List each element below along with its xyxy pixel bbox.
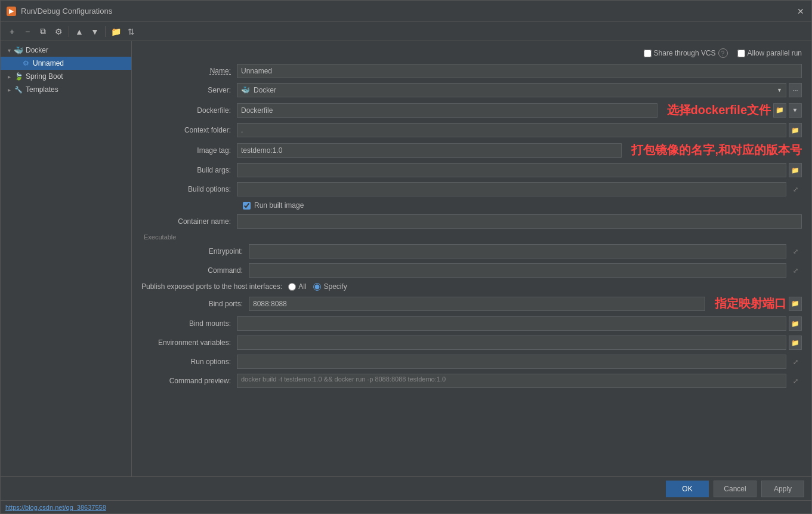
remove-button[interactable]: − xyxy=(21,25,34,38)
build-args-label: Build args: xyxy=(141,166,237,174)
entrypoint-control-group: ⤢ xyxy=(249,244,802,258)
tree-arrow-templates: ▸ xyxy=(5,86,13,93)
env-vars-browse-button[interactable]: 📁 xyxy=(789,336,802,350)
tree-label-spring-boot: Spring Boot xyxy=(26,72,63,81)
run-options-row: Run options: ⤢ xyxy=(141,355,802,369)
bind-mounts-control-group: 📁 xyxy=(237,316,802,331)
allow-parallel-label[interactable]: Allow parallel run xyxy=(748,49,802,57)
run-built-image-row: Run built image xyxy=(141,201,802,210)
dockerfile-input[interactable] xyxy=(237,103,657,118)
tree-item-unnamed[interactable]: ▸ ⚙ Unnamed xyxy=(1,57,131,70)
run-built-image-checkbox[interactable] xyxy=(243,202,251,210)
bind-mounts-browse-button[interactable]: 📁 xyxy=(789,316,802,331)
context-folder-row: Context folder: 📁 xyxy=(141,123,802,137)
toolbar-separator-2 xyxy=(105,26,106,37)
env-vars-label: Environment variables: xyxy=(141,338,237,347)
container-name-input[interactable] xyxy=(237,214,802,229)
build-options-expand-button[interactable]: ⤢ xyxy=(789,182,802,196)
tree-item-spring-boot[interactable]: ▸ 🍃 Spring Boot xyxy=(1,70,131,83)
status-link[interactable]: https://blog.csdn.net/qq_38637558 xyxy=(5,504,106,511)
command-expand-button[interactable]: ⤢ xyxy=(789,263,802,278)
edit-templates-button[interactable]: ⚙ xyxy=(52,25,65,38)
name-input[interactable] xyxy=(237,64,802,78)
radio-specify-label[interactable]: Specify xyxy=(323,282,347,291)
config-icon-unnamed: ⚙ xyxy=(21,59,30,68)
image-tag-input[interactable] xyxy=(237,143,622,158)
dockerfile-dropdown-button[interactable]: ▼ xyxy=(789,103,802,118)
entrypoint-expand-button[interactable]: ⤢ xyxy=(789,244,802,258)
build-options-input[interactable] xyxy=(237,182,786,196)
run-options-expand-button[interactable]: ⤢ xyxy=(789,355,802,369)
dockerfile-row: Dockerfile: 选择dockerfile文件 📁 ▼ xyxy=(141,102,802,118)
command-preview-expand-button[interactable]: ⤢ xyxy=(789,374,802,388)
bind-ports-browse-button[interactable]: 📁 xyxy=(789,297,802,311)
radio-specify-input[interactable] xyxy=(313,283,321,291)
env-vars-control-group: 📁 xyxy=(237,336,802,350)
server-docker-icon: 🐳 xyxy=(241,86,250,94)
build-args-input[interactable] xyxy=(237,163,786,177)
bind-ports-control-group: 指定映射端口 📁 xyxy=(249,296,802,312)
sort-button[interactable]: ⇅ xyxy=(125,25,138,38)
container-name-row: Container name: xyxy=(141,214,802,229)
share-vcs-help-icon[interactable]: ? xyxy=(718,48,728,58)
docker-icon: 🐳 xyxy=(14,45,23,55)
run-options-control-group: ⤢ xyxy=(237,355,802,369)
radio-all-label[interactable]: All xyxy=(298,282,306,291)
bind-mounts-label: Bind mounts: xyxy=(141,319,237,328)
image-tag-annotation: 打包镜像的名字,和对应的版本号 xyxy=(631,142,802,158)
command-preview-value: docker build -t testdemo:1.0 && docker r… xyxy=(237,374,786,388)
dialog-title: Run/Debug Configurations xyxy=(21,7,796,16)
image-tag-control-group: 打包镜像的名字,和对应的版本号 xyxy=(237,142,802,158)
bind-mounts-input[interactable] xyxy=(237,316,786,331)
command-input[interactable] xyxy=(249,263,786,278)
folder-button[interactable]: 📁 xyxy=(109,25,122,38)
server-more-button[interactable]: ··· xyxy=(789,83,802,97)
ok-button[interactable]: OK xyxy=(666,481,709,497)
env-vars-input[interactable] xyxy=(237,336,786,350)
run-options-label: Run options: xyxy=(141,358,237,366)
name-control-group xyxy=(237,64,802,78)
radio-specify: Specify xyxy=(313,282,347,291)
copy-button[interactable]: ⧉ xyxy=(36,25,50,38)
status-bar: https://blog.csdn.net/qq_38637558 xyxy=(1,500,811,513)
cancel-button[interactable]: Cancel xyxy=(714,481,757,497)
move-down-button[interactable]: ▼ xyxy=(88,25,101,38)
command-preview-label: Command preview: xyxy=(141,377,237,385)
container-name-label: Container name: xyxy=(141,217,237,226)
share-vcs-checkbox[interactable] xyxy=(644,50,652,57)
dockerfile-control-group: 选择dockerfile文件 📁 ▼ xyxy=(237,102,802,118)
share-vcs-group: Share through VCS ? xyxy=(644,48,728,58)
build-options-label: Build options: xyxy=(141,185,237,193)
app-icon: ▶ xyxy=(7,7,16,16)
build-args-browse-button[interactable]: 📁 xyxy=(789,163,802,177)
command-preview-row: Command preview: docker build -t testdem… xyxy=(141,374,802,388)
spring-icon: 🍃 xyxy=(14,72,23,81)
context-folder-browse-button[interactable]: 📁 xyxy=(789,123,802,137)
bind-ports-input[interactable] xyxy=(249,297,705,311)
tree-label-unnamed: Unnamed xyxy=(33,59,64,67)
container-name-control-group xyxy=(237,214,802,229)
server-dropdown[interactable]: 🐳 Docker ▼ xyxy=(237,83,786,97)
radio-all: All xyxy=(288,282,306,291)
bind-ports-annotation: 指定映射端口 xyxy=(715,296,786,312)
configuration-tree: ▾ 🐳 Docker ▸ ⚙ Unnamed ▸ 🍃 Spring Boot ▸… xyxy=(1,41,132,476)
tree-item-templates[interactable]: ▸ 🔧 Templates xyxy=(1,83,131,96)
bind-ports-label: Bind ports: xyxy=(141,300,249,308)
run-options-input[interactable] xyxy=(237,355,786,369)
command-preview-control-group: docker build -t testdemo:1.0 && docker r… xyxy=(237,374,802,388)
dockerfile-label: Dockerfile: xyxy=(141,106,237,115)
run-built-image-label[interactable]: Run built image xyxy=(254,201,304,210)
tree-item-docker[interactable]: ▾ 🐳 Docker xyxy=(1,44,131,57)
move-up-button[interactable]: ▲ xyxy=(73,25,86,38)
main-content: ▾ 🐳 Docker ▸ ⚙ Unnamed ▸ 🍃 Spring Boot ▸… xyxy=(1,41,811,476)
close-button[interactable]: ✕ xyxy=(796,7,805,16)
context-folder-input[interactable] xyxy=(237,123,786,137)
radio-all-input[interactable] xyxy=(288,283,296,291)
dockerfile-browse-button[interactable]: 📁 xyxy=(773,103,786,118)
apply-button[interactable]: Apply xyxy=(761,481,804,497)
bind-mounts-row: Bind mounts: 📁 xyxy=(141,316,802,331)
entrypoint-input[interactable] xyxy=(249,244,786,258)
share-vcs-label[interactable]: Share through VCS xyxy=(654,49,716,57)
add-button[interactable]: + xyxy=(5,25,18,38)
allow-parallel-checkbox[interactable] xyxy=(737,50,745,57)
